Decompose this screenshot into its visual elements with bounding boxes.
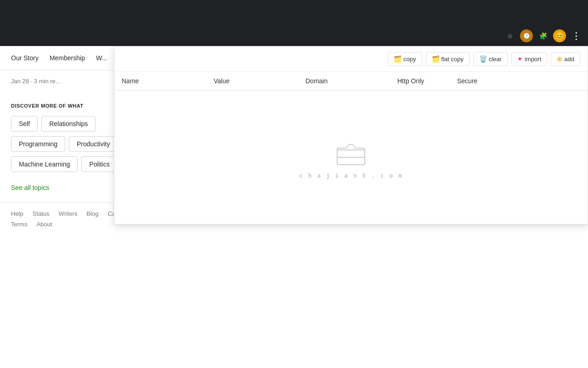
footer-status[interactable]: Status (33, 210, 50, 217)
tag-machine-learning[interactable]: Machine Learning (11, 156, 78, 172)
chrome-browser-bar: ☆ 🕐 🧩 😊 ⋮ (0, 0, 588, 46)
add-label: add (564, 56, 574, 63)
cookie-toolbar: 🗂️ copy 🗂️ flat copy 🗑️ clear ✦ import ⊕… (114, 46, 588, 72)
see-all-topics-link[interactable]: See all topics (11, 184, 49, 191)
cookie-panel: 🗂️ copy 🗂️ flat copy 🗑️ clear ✦ import ⊕… (114, 46, 588, 224)
col-value: Value (214, 77, 305, 85)
col-http-only: Http Only (397, 77, 457, 85)
footer-help[interactable]: Help (11, 210, 23, 217)
footer-blog[interactable]: Blog (87, 210, 99, 217)
copy-icon: 🗂️ (394, 55, 401, 63)
empty-watermark-text: c h a j i a n 5 . c o m (299, 172, 403, 179)
chrome-menu-icon[interactable]: ⋮ (570, 29, 582, 42)
tag-relationships[interactable]: Relationships (41, 116, 96, 132)
add-button[interactable]: ⊕ add (551, 52, 580, 66)
nav-w[interactable]: W... (96, 54, 107, 62)
tag-productivity[interactable]: Productivity (69, 136, 118, 152)
puzzle-extension-icon[interactable]: 🧩 (537, 29, 549, 42)
col-secure: Secure (457, 77, 512, 85)
import-label: import (525, 56, 541, 63)
import-icon: ✦ (517, 55, 523, 63)
col-name: Name (122, 77, 214, 85)
footer-terms[interactable]: Terms (11, 221, 27, 228)
flat-copy-icon: 🗂️ (432, 55, 440, 63)
nav-our-story[interactable]: Our Story (11, 54, 39, 62)
star-icon[interactable]: ☆ (503, 29, 516, 42)
flat-copy-label: flat copy (441, 56, 464, 63)
tag-self[interactable]: Self (11, 116, 38, 132)
empty-inbox-icon (333, 136, 369, 168)
tag-politics[interactable]: Politics (81, 156, 117, 172)
copy-button[interactable]: 🗂️ copy (388, 52, 422, 66)
add-icon: ⊕ (557, 55, 562, 63)
timer-extension-icon[interactable]: 🕐 (520, 29, 533, 42)
clear-button[interactable]: 🗑️ clear (473, 52, 508, 66)
empty-state: c h a j i a n 5 . c o m (114, 91, 588, 224)
footer-writers[interactable]: Writers (59, 210, 78, 217)
footer-about[interactable]: About (36, 221, 52, 228)
clear-icon: 🗑️ (479, 55, 487, 63)
col-domain: Domain (305, 77, 397, 85)
cookie-table-header: Name Value Domain Http Only Secure (114, 72, 588, 91)
import-button[interactable]: ✦ import (511, 52, 547, 66)
nav-membership[interactable]: Membership (50, 54, 85, 62)
flat-copy-button[interactable]: 🗂️ flat copy (426, 52, 469, 66)
face-extension-icon[interactable]: 😊 (553, 29, 566, 42)
copy-label: copy (403, 56, 416, 63)
tag-programming[interactable]: Programming (11, 136, 65, 152)
clear-label: clear (489, 56, 502, 63)
